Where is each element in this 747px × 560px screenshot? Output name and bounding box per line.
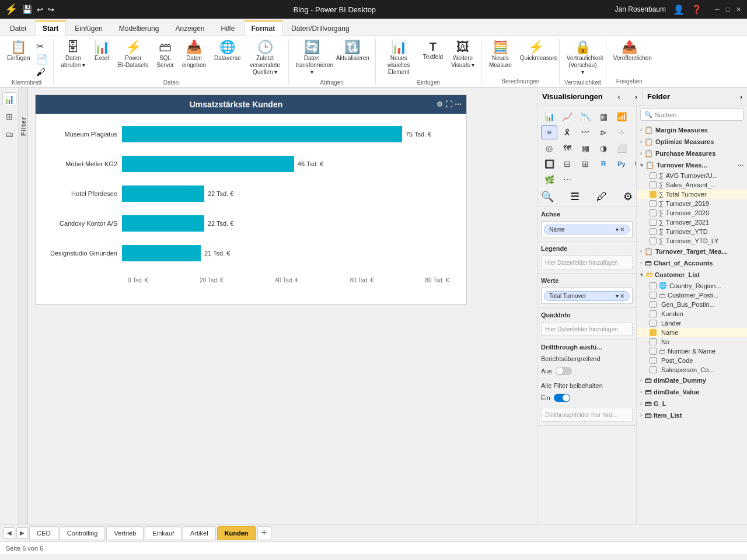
werte-chevron-icon[interactable]: ▾	[616, 293, 619, 299]
add-page-button[interactable]: +	[257, 526, 271, 540]
close-button[interactable]: ✕	[734, 5, 742, 13]
country-region-checkbox[interactable]	[650, 282, 657, 289]
werte-close-icon[interactable]: ✕	[620, 293, 624, 299]
tab-anzeigen[interactable]: Anzeigen	[167, 21, 212, 36]
daten-eingeben-button[interactable]: 📥 Dateneingeben	[179, 38, 210, 71]
fields-group-optimize-header[interactable]: › 📋 Optimize Measures	[637, 136, 747, 148]
fields-item-laender[interactable]: Länder	[637, 318, 747, 328]
model-view-icon[interactable]: 🗂	[2, 127, 16, 141]
fields-group-customer-header[interactable]: ▾ 🗃 Customer_List	[637, 269, 747, 281]
viz-ribbon-icon[interactable]: 🎗	[559, 125, 575, 139]
turnover-2020-checkbox[interactable]	[650, 209, 657, 216]
fields-group-purchase-header[interactable]: › 📋 Purchase Measures	[637, 148, 747, 159]
viz-column-chart-icon[interactable]: 📶	[613, 110, 630, 124]
undo-icon[interactable]: ↩	[37, 5, 43, 14]
customer-posti-checkbox[interactable]	[650, 292, 657, 299]
viz-waterfall-icon[interactable]: 〰	[577, 125, 594, 139]
fields-group-turnover-header[interactable]: ▾ 📋 Turnover Meas... ⋯	[637, 159, 747, 171]
berichtsuebergreifend-toggle[interactable]	[556, 367, 572, 375]
fields-item-name[interactable]: Name	[637, 328, 747, 337]
turnover-ytd-checkbox[interactable]	[650, 228, 657, 235]
fields-group-margin-header[interactable]: › 📋 Margin Measures	[637, 124, 747, 136]
avg-turnover-checkbox[interactable]	[650, 172, 657, 179]
viz-format-icon[interactable]: ☰	[570, 190, 580, 203]
table-view-icon[interactable]: ⊞	[2, 110, 16, 124]
daten-abrufen-button[interactable]: 🗄 Datenabrufen ▾	[57, 38, 89, 71]
turnover-dots-icon[interactable]: ⋯	[738, 162, 743, 169]
viz-horizontal-bar-icon[interactable]: ≡	[541, 125, 557, 139]
fields-item-number-name[interactable]: 🗃 Number & Name	[637, 346, 747, 356]
tab-kunden[interactable]: Kunden	[217, 526, 256, 540]
fields-group-turnover-target-header[interactable]: › 📋 Turnover_Target_Mea...	[637, 246, 747, 257]
viz-more-icon[interactable]: ⋯	[559, 173, 575, 187]
name-checkbox[interactable]	[650, 329, 657, 336]
sql-server-button[interactable]: 🗃 SQLServer	[153, 38, 177, 71]
viz-decomp-icon[interactable]: 🌿	[541, 173, 557, 187]
viz-analytics-icon[interactable]: 🖊	[596, 191, 607, 203]
fields-group-margin-measures[interactable]: › 📋 Margin Measures	[637, 124, 747, 136]
viz-area-chart-icon[interactable]: 📉	[577, 110, 594, 124]
number-name-checkbox[interactable]	[650, 348, 657, 355]
fields-group-dimdate-dummy[interactable]: › 🗃 dimDate_Dummy	[637, 374, 747, 386]
viz-r-icon[interactable]: R	[595, 157, 612, 171]
veroeffentlichen-button[interactable]: 📤 Veröffentlichen	[610, 38, 649, 64]
viz-search-icon[interactable]: 🔍	[541, 190, 554, 203]
werte-pill[interactable]: Total Turnover ▾ ✕	[544, 291, 630, 301]
fields-item-turnover-2021[interactable]: ∑ Turnover_2021	[637, 218, 747, 227]
fields-group-purchase[interactable]: › 📋 Purchase Measures	[637, 148, 747, 159]
achse-close-icon[interactable]: ✕	[620, 226, 624, 233]
quickinfo-well[interactable]: Hier Datenfelder hinzufügen	[541, 322, 633, 336]
viz-title-chevron-right[interactable]: ›	[635, 93, 637, 100]
fields-group-item-list[interactable]: › 🗃 Item_List	[637, 410, 747, 421]
werte-well[interactable]: Total Turnover ▾ ✕	[541, 288, 633, 304]
fields-item-sales-amount[interactable]: ∑ Sales_Amount_...	[637, 180, 747, 190]
quickmeasure-button[interactable]: ⚡ Quickmeasure	[516, 38, 556, 64]
maximize-button[interactable]: □	[724, 5, 732, 13]
viz-title-chevron-left[interactable]: ‹	[618, 93, 620, 100]
fields-item-customer-posti[interactable]: 🗃 Customer_Posti...	[637, 290, 747, 300]
paste-format-button[interactable]: 🖌	[34, 66, 50, 78]
fields-item-kunden[interactable]: Kunden	[637, 309, 747, 318]
turnover-2021-checkbox[interactable]	[650, 219, 657, 226]
fields-group-optimize[interactable]: › 📋 Optimize Measures	[637, 136, 747, 148]
viz-settings-icon[interactable]: ⚙	[623, 190, 633, 203]
minimize-button[interactable]: ─	[713, 5, 721, 13]
fields-group-dimdate-value-header[interactable]: › 🗃 dimDate_Value	[637, 386, 747, 398]
drillthrough-fields-well[interactable]: Drillthroughfelder hier hinz...	[541, 408, 633, 422]
textfeld-button[interactable]: T Textfeld	[420, 38, 446, 63]
viz-qna-icon[interactable]: 💬	[631, 157, 637, 171]
tab-controlling[interactable]: Controlling	[60, 526, 106, 540]
page-next-button[interactable]: ▶	[16, 527, 28, 539]
tab-vertrieb[interactable]: Vertrieb	[106, 526, 144, 540]
tab-hilfe[interactable]: Hilfe	[214, 21, 243, 36]
viz-python-icon[interactable]: Py	[613, 157, 630, 171]
fields-group-turnover[interactable]: ▾ 📋 Turnover Meas... ⋯ ∑ AVG Turnover/U.…	[637, 159, 747, 246]
fields-group-gl[interactable]: › 🗃 G_L	[637, 398, 747, 410]
post-code-checkbox[interactable]	[650, 357, 657, 364]
gen-bus-checkbox[interactable]	[650, 301, 657, 308]
fields-item-turnover-ytd[interactable]: ∑ Turnover_YTD	[637, 227, 747, 236]
viz-map-icon[interactable]: 🗺	[559, 141, 575, 155]
neues-measure-button[interactable]: 🧮 NeuesMeasure	[486, 38, 515, 71]
fields-item-salesperson[interactable]: Salesperson_Co...	[637, 365, 747, 374]
fields-item-total-turnover[interactable]: ∑ Total Turnover	[637, 190, 747, 199]
fields-item-turnover-2019[interactable]: ∑ Turnover_2019	[637, 199, 747, 208]
chart-more-icon[interactable]: ⋯	[455, 100, 462, 108]
aktualisieren-button[interactable]: 🔃 Aktualisieren	[333, 38, 372, 64]
no-checkbox[interactable]	[650, 338, 657, 345]
fields-group-dimdate-value[interactable]: › 🗃 dimDate_Value	[637, 386, 747, 398]
legende-well[interactable]: Hier Datenfelder hinzufügen	[541, 256, 633, 270]
redo-icon[interactable]: ↪	[48, 5, 54, 14]
tab-einfuegen[interactable]: Einfügen	[67, 21, 110, 36]
viz-line-chart-icon[interactable]: 📈	[559, 110, 575, 124]
turnover-ytd-ly-checkbox[interactable]	[650, 237, 657, 244]
fields-group-gl-header[interactable]: › 🗃 G_L	[637, 398, 747, 410]
fields-item-country-region[interactable]: 🌐 Country_Region...	[637, 281, 747, 290]
fields-group-turnover-target[interactable]: › 📋 Turnover_Target_Mea...	[637, 246, 747, 257]
viz-stacked-col-icon[interactable]: ▤	[631, 110, 637, 124]
viz-bar-chart-icon[interactable]: 📊	[541, 110, 557, 124]
fields-item-no[interactable]: No	[637, 337, 747, 346]
fields-item-gen-bus[interactable]: Gen_Bus_Postin...	[637, 300, 747, 309]
laender-checkbox[interactable]	[650, 320, 657, 327]
tab-einkauf[interactable]: Einkauf	[145, 526, 181, 540]
